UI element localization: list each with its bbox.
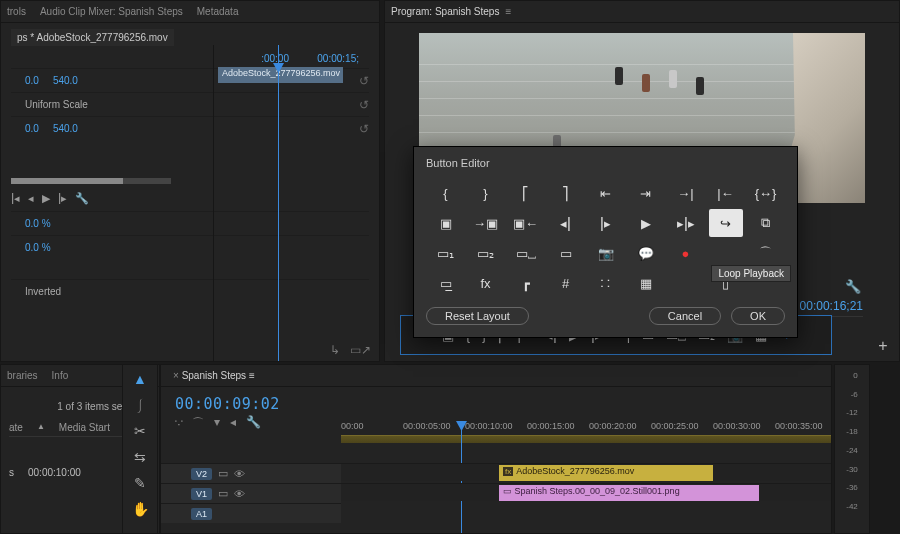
fx-value[interactable]: 0.0 % — [25, 218, 51, 229]
editor-button-icon[interactable]: ⧉ — [749, 209, 783, 237]
fx-keyframe-area[interactable]: AdobeStock_277796256.mov — [213, 45, 379, 361]
editor-button-icon[interactable]: ┏ — [509, 269, 543, 297]
link-icon[interactable]: ⌒ — [192, 415, 204, 432]
editor-button-icon[interactable]: ● — [669, 239, 703, 267]
editor-button-icon[interactable]: ⸬ — [589, 269, 623, 297]
slip-tool-icon[interactable]: ⇆ — [134, 449, 146, 465]
track-header[interactable]: A1 — [161, 503, 341, 523]
editor-button-icon[interactable]: |← — [709, 179, 743, 207]
track-lane[interactable]: fxAdobeStock_277796256.mov — [341, 463, 831, 481]
pen-tool-icon[interactable]: ✎ — [134, 475, 146, 491]
snap-icon[interactable]: ⸪ — [175, 415, 182, 432]
track-target-button[interactable]: A1 — [191, 508, 212, 520]
track-header[interactable]: V2▭👁 — [161, 463, 341, 483]
wrench-icon[interactable]: 🔧 — [75, 192, 89, 205]
ripple-tool-icon[interactable]: ⎰ — [136, 397, 144, 413]
editor-button-icon[interactable]: ▭̲ — [429, 269, 463, 297]
track-target-button[interactable]: V1 — [191, 488, 212, 500]
cancel-button[interactable]: Cancel — [649, 307, 721, 325]
effect-controls-panel: trols Audio Clip Mixer: Spanish Steps Me… — [0, 0, 380, 362]
timeline-ruler[interactable]: 00:0000:00:05:0000:00:10:0000:00:15:0000… — [341, 421, 831, 443]
reset-layout-button[interactable]: Reset Layout — [426, 307, 529, 325]
insert-icon[interactable]: ◂ — [230, 415, 236, 432]
track-header[interactable]: V1▭👁 — [161, 483, 341, 503]
editor-button-icon[interactable]: ▭ — [549, 239, 583, 267]
timeline-clip[interactable]: ▭ Spanish Steps.00_00_09_02.Still001.png — [499, 485, 759, 501]
editor-button-icon[interactable]: ▸ǀ▸ — [669, 209, 703, 237]
tab-program[interactable]: Program: Spanish Steps≡ — [391, 6, 511, 17]
col-media-start[interactable]: Media Start — [59, 422, 110, 433]
ok-button[interactable]: OK — [731, 307, 785, 325]
track-lane[interactable]: ▭ Spanish Steps.00_00_09_02.Still001.png — [341, 483, 831, 501]
meter-tick: -30 — [846, 465, 858, 474]
editor-button-icon[interactable] — [709, 239, 743, 267]
step-back-icon[interactable]: ◂ — [28, 192, 34, 205]
fx-value[interactable]: 0.0 — [25, 75, 39, 86]
fx-mini-clip[interactable]: AdobeStock_277796256.mov — [218, 67, 343, 83]
marker-icon[interactable]: ▾ — [214, 415, 220, 432]
editor-button-icon[interactable]: ⎤ — [549, 179, 583, 207]
toggle-visibility-icon[interactable]: 👁 — [234, 488, 245, 500]
editor-button-icon[interactable]: 📷 — [589, 239, 623, 267]
editor-button-icon[interactable]: →| — [669, 179, 703, 207]
editor-button-icon[interactable]: {↔} — [749, 179, 783, 207]
editor-button-icon[interactable] — [669, 269, 703, 297]
editor-button-icon[interactable]: ◂ǀ — [549, 209, 583, 237]
menu-icon[interactable]: ≡ — [249, 370, 255, 381]
editor-button-icon[interactable]: ▭₁ — [429, 239, 463, 267]
export-icon[interactable]: ▭↗ — [350, 343, 371, 357]
timeline-timecode[interactable]: 00:00:09:02 — [161, 387, 831, 415]
menu-icon[interactable]: ≡ — [505, 6, 511, 17]
fx-value[interactable]: 0.0 % — [25, 242, 51, 253]
editor-button-icon[interactable]: ǀ▸ — [589, 209, 623, 237]
tab-libraries[interactable]: braries — [7, 370, 38, 381]
settings-icon[interactable]: 🔧 — [845, 279, 861, 294]
editor-button-icon[interactable]: ↪ — [709, 209, 743, 237]
tab-audio-clip-mixer[interactable]: Audio Clip Mixer: Spanish Steps — [40, 6, 183, 17]
fx-value[interactable]: 0.0 — [25, 123, 39, 134]
ruler-mark: 00:00:35:00 — [775, 421, 823, 431]
editor-button-icon[interactable]: ▣ — [429, 209, 463, 237]
add-button[interactable]: + — [873, 337, 893, 357]
editor-button-icon[interactable]: ▭⎵ — [509, 239, 543, 267]
editor-button-icon[interactable]: ⎡ — [509, 179, 543, 207]
tab-effect-controls[interactable]: trols — [7, 6, 26, 17]
go-first-icon[interactable]: ǀ◂ — [11, 192, 20, 205]
close-icon[interactable]: × — [173, 370, 179, 381]
razor-tool-icon[interactable]: ✂ — [134, 423, 146, 439]
editor-button-icon[interactable]: 💬 — [629, 239, 663, 267]
toggle-output-icon[interactable]: ▭ — [218, 467, 228, 480]
editor-button-icon[interactable]: fx — [469, 269, 503, 297]
timeline-clip[interactable]: fxAdobeStock_277796256.mov — [499, 465, 713, 481]
tab-sequence[interactable]: × Spanish Steps ≡ — [167, 370, 255, 381]
editor-button-icon[interactable]: } — [469, 179, 503, 207]
editor-button-icon[interactable]: { — [429, 179, 463, 207]
editor-button-icon[interactable]: ⌒ — [749, 239, 783, 267]
editor-button-icon[interactable]: ▭₂ — [469, 239, 503, 267]
step-fwd-icon[interactable]: ǀ▸ — [58, 192, 67, 205]
track-target-button[interactable]: V2 — [191, 468, 212, 480]
col-rate[interactable]: ate — [9, 422, 23, 433]
tab-metadata[interactable]: Metadata — [197, 6, 239, 17]
fx-value[interactable]: 540.0 — [53, 75, 78, 86]
work-area-bar[interactable] — [341, 435, 831, 443]
tab-info[interactable]: Info — [52, 370, 69, 381]
editor-button-icon[interactable]: # — [549, 269, 583, 297]
play-icon[interactable]: ▶ — [42, 192, 50, 205]
wrench-icon[interactable]: 🔧 — [246, 415, 261, 432]
editor-button-icon[interactable]: ▦ — [629, 269, 663, 297]
editor-button-icon[interactable]: ▣← — [509, 209, 543, 237]
editor-button-icon[interactable]: ⇤ — [589, 179, 623, 207]
fx-playhead[interactable] — [278, 45, 279, 361]
meter-tick: -12 — [846, 408, 858, 417]
sort-caret-icon[interactable]: ▲ — [37, 422, 45, 433]
editor-button-icon[interactable]: ⇥ — [629, 179, 663, 207]
share-icon[interactable]: ↳ — [330, 343, 340, 357]
editor-button-icon[interactable]: ▶ — [629, 209, 663, 237]
toggle-output-icon[interactable]: ▭ — [218, 487, 228, 500]
editor-button-icon[interactable]: →▣ — [469, 209, 503, 237]
hand-tool-icon[interactable]: ✋ — [132, 501, 149, 517]
selection-tool-icon[interactable]: ▲ — [133, 371, 147, 387]
toggle-visibility-icon[interactable]: 👁 — [234, 468, 245, 480]
fx-value[interactable]: 540.0 — [53, 123, 78, 134]
